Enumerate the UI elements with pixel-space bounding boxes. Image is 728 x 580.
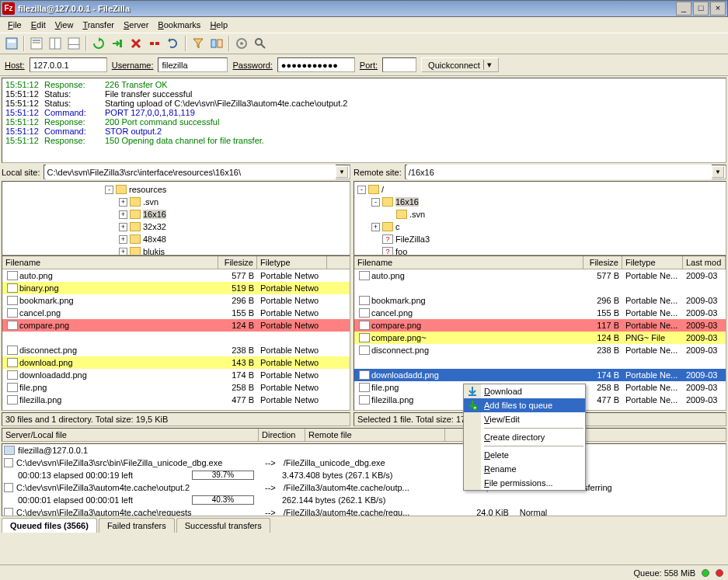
tree-node[interactable]: -16x16 [356, 196, 724, 208]
context-menu-item[interactable]: Add files to queue [464, 398, 585, 412]
file-row[interactable]: download.png143 BPortable Netwo [2, 356, 350, 369]
column-header[interactable]: Direction [259, 429, 305, 441]
local-tree[interactable]: -resources+.svn+16x16+32x32+48x48+blukis [2, 181, 350, 255]
quickconnect-button[interactable]: Quickconnect▾ [421, 57, 499, 72]
username-input[interactable] [158, 57, 228, 72]
toggle-tree-icon[interactable] [47, 35, 64, 52]
column-header[interactable]: Filename [2, 256, 218, 269]
menu-help[interactable]: Help [205, 19, 232, 31]
context-menu-item[interactable]: Create directory [464, 430, 585, 444]
queue-row[interactable]: 00:00:13 elapsed 00:00:19 left39.7%3.473… [2, 469, 726, 481]
menu-bookmarks[interactable]: Bookmarks [153, 19, 205, 31]
port-input[interactable] [382, 57, 416, 72]
file-row[interactable]: compare.png~124 BPNG~ File2009-03 [354, 332, 726, 344]
sitemanager-icon[interactable] [3, 35, 20, 52]
file-row[interactable]: downloadadd.png174 BPortable Netwo [2, 369, 350, 381]
file-row[interactable]: auto.png577 BPortable Ne...2009-03 [354, 269, 726, 282]
reconnect-icon[interactable] [165, 35, 182, 52]
file-row[interactable]: compare.png117 BPortable Ne...2009-03 [354, 319, 726, 332]
menu-transfer[interactable]: Transfer [78, 19, 119, 31]
tree-node[interactable]: +16x16 [4, 208, 348, 221]
file-row[interactable]: downloadadd.png174 BPortable Ne...2009-0… [354, 369, 726, 381]
column-header[interactable]: Filename [354, 256, 583, 269]
file-row[interactable] [354, 356, 726, 369]
cancel-icon[interactable] [127, 35, 145, 52]
message-log[interactable]: 15:51:12Response:226 Transfer OK15:51:12… [2, 78, 726, 163]
menu-server[interactable]: Server [119, 19, 153, 31]
refresh-icon[interactable] [90, 35, 107, 52]
tree-node[interactable]: +c [356, 221, 724, 233]
tree-expand-icon[interactable]: - [357, 186, 366, 194]
local-path-combo[interactable]: ▼ [44, 165, 350, 179]
disconnect-icon[interactable] [146, 35, 163, 52]
tree-node[interactable]: +48x48 [4, 233, 348, 245]
tree-node[interactable]: +.svn [4, 196, 348, 208]
file-row[interactable] [354, 282, 726, 294]
queue-row[interactable]: 00:00:01 elapsed 00:00:01 left40.3%262.1… [2, 494, 726, 506]
column-header[interactable]: Last mod [683, 256, 726, 269]
queue-tab[interactable]: Failed transfers [99, 518, 175, 533]
remote-tree[interactable]: -/-16x16.svn+c?FileZilla3?foo [354, 181, 726, 255]
file-row[interactable]: file.png258 BPortable Netwo [2, 381, 350, 394]
search-icon[interactable] [252, 35, 269, 52]
local-path-input[interactable] [46, 165, 336, 179]
context-menu-item[interactable]: View/Edit [464, 412, 585, 426]
filter-icon[interactable] [190, 35, 207, 52]
context-menu-item[interactable]: Delete [464, 448, 585, 462]
menu-view[interactable]: View [51, 19, 78, 31]
titlebar[interactable]: Fz filezilla@127.0.0.1 - FileZilla _ □ × [0, 0, 728, 17]
minimize-button[interactable]: _ [676, 2, 691, 16]
queue-row[interactable]: C:\dev\svn\FileZilla3\src\bin\FileZilla_… [2, 457, 726, 469]
queue-row[interactable]: C:\dev\svn\FileZilla3\autom4te.cache\req… [2, 506, 726, 516]
tree-node[interactable]: .svn [356, 208, 724, 221]
local-filelist[interactable]: FilenameFilesizeFiletypeauto.png577 BPor… [2, 255, 350, 411]
tree-expand-icon[interactable]: - [371, 198, 380, 207]
column-header[interactable]: Filetype [622, 256, 683, 269]
tree-node[interactable]: -/ [356, 183, 724, 196]
context-menu-item[interactable]: File permissions... [464, 476, 585, 490]
remote-path-input[interactable] [407, 165, 712, 179]
checkbox[interactable] [4, 483, 13, 492]
password-input[interactable] [277, 57, 355, 72]
tree-expand-icon[interactable]: + [119, 223, 127, 231]
tree-node[interactable]: +blukis [4, 245, 348, 255]
queue-tab[interactable]: Successful transfers [176, 518, 270, 533]
tree-node[interactable]: ?FileZilla3 [356, 233, 724, 245]
file-row[interactable] [2, 332, 350, 344]
compare-icon[interactable] [208, 35, 225, 52]
tree-expand-icon[interactable]: + [371, 223, 380, 231]
file-row[interactable]: auto.png577 BPortable Netwo [2, 269, 350, 282]
menu-file[interactable]: File [3, 19, 26, 31]
context-menu-item[interactable]: Download [464, 384, 585, 398]
process-queue-icon[interactable] [109, 35, 126, 52]
column-header[interactable]: Filesize [583, 256, 622, 269]
queue-tab[interactable]: Queued files (3566) [2, 518, 97, 533]
checkbox[interactable] [4, 508, 13, 516]
column-header[interactable]: Remote file [305, 429, 445, 441]
file-row[interactable]: cancel.png155 BPortable Ne...2009-03 [354, 307, 726, 319]
file-row[interactable]: bookmark.png296 BPortable Ne...2009-03 [354, 294, 726, 307]
chevron-down-icon[interactable]: ▼ [712, 166, 724, 178]
context-menu[interactable]: DownloadAdd files to queueView/EditCreat… [463, 384, 586, 491]
close-button[interactable]: × [710, 2, 726, 16]
sync-browse-icon[interactable] [233, 35, 250, 52]
queue-server-row[interactable]: filezilla@127.0.0.1 [2, 444, 726, 457]
tree-node[interactable]: ?foo [356, 245, 724, 255]
menu-edit[interactable]: Edit [26, 19, 51, 31]
column-header[interactable]: Filetype [257, 256, 327, 269]
file-row[interactable]: disconnect.png238 BPortable Ne...2009-03 [354, 344, 726, 356]
file-row[interactable]: compare.png124 BPortable Netwo [2, 319, 350, 332]
toggle-queue-icon[interactable] [65, 35, 82, 52]
tree-node[interactable]: -resources [4, 183, 348, 196]
maximize-button[interactable]: □ [693, 2, 709, 16]
tree-expand-icon[interactable]: + [119, 210, 127, 219]
file-row[interactable]: bookmark.png296 BPortable Netwo [2, 294, 350, 307]
toggle-log-icon[interactable] [28, 35, 45, 52]
tree-expand-icon[interactable]: + [119, 248, 127, 256]
tree-expand-icon[interactable]: + [119, 235, 127, 244]
file-row[interactable]: disconnect.png238 BPortable Netwo [2, 344, 350, 356]
tree-expand-icon[interactable]: + [119, 198, 127, 207]
column-header[interactable]: Filesize [218, 256, 257, 269]
host-input[interactable] [30, 57, 107, 72]
queue-row[interactable]: C:\dev\svn\FileZilla3\autom4te.cache\out… [2, 481, 726, 494]
